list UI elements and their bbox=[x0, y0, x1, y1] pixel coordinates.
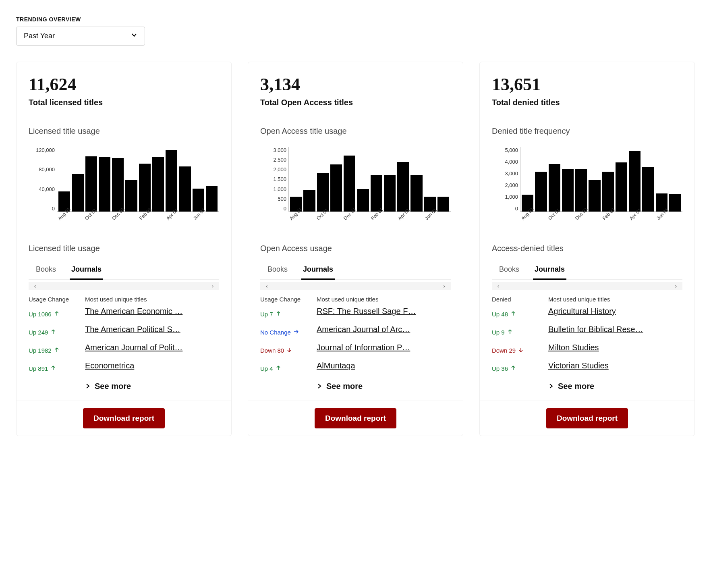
title-link[interactable]: American Journal of Arc… bbox=[317, 325, 451, 334]
usage-change-text: Up 891 bbox=[29, 365, 48, 372]
arrow-down-icon bbox=[518, 347, 524, 354]
table-header: Denied Most used unique titles bbox=[492, 296, 682, 303]
download-report-button[interactable]: Download report bbox=[315, 408, 396, 428]
card-openaccess: 3,134 Total Open Access titles Open Acce… bbox=[248, 62, 463, 436]
scroll-left-icon[interactable]: ‹ bbox=[32, 283, 38, 289]
scroll-right-icon[interactable]: › bbox=[673, 283, 679, 289]
title-row: Up 4 AlMuntaqa bbox=[260, 361, 451, 372]
title-link[interactable]: The American Economic … bbox=[85, 307, 219, 316]
col-most-used: Most used unique titles bbox=[85, 296, 219, 303]
usage-change-text: Down 80 bbox=[260, 347, 284, 354]
tabs: Books Journals bbox=[260, 261, 451, 280]
arrow-up-icon bbox=[54, 311, 60, 318]
arrow-up-icon bbox=[50, 329, 56, 336]
title-row: Up 891 Econometrica bbox=[29, 361, 219, 372]
chevron-right-icon bbox=[548, 382, 554, 391]
title-link[interactable]: Journal of Information P… bbox=[317, 343, 451, 352]
period-dropdown-value: Past Year bbox=[24, 32, 55, 40]
metric-value: 3,134 bbox=[260, 74, 451, 95]
scroll-right-icon[interactable]: › bbox=[209, 283, 216, 289]
tab-journals[interactable]: Journals bbox=[533, 261, 566, 280]
arrow-up-icon bbox=[507, 329, 513, 336]
title-row: Up 1982 American Journal of Polit… bbox=[29, 343, 219, 354]
usage-change-text: Down 29 bbox=[492, 347, 516, 354]
tabs: Books Journals bbox=[29, 261, 219, 280]
bar-chart: 120,00080,00040,0000 Aug 01Oct 01Dec 01F… bbox=[29, 147, 219, 228]
chart-bar bbox=[112, 158, 124, 212]
title-link[interactable]: American Journal of Polit… bbox=[85, 343, 219, 352]
tab-books[interactable]: Books bbox=[34, 261, 58, 280]
horizontal-scroll-strip[interactable]: ‹ › bbox=[492, 282, 682, 290]
metric-value: 13,651 bbox=[492, 74, 682, 95]
card-denied: 13,651 Total denied titles Denied title … bbox=[479, 62, 695, 436]
title-link[interactable]: AlMuntaqa bbox=[317, 361, 451, 370]
tab-books[interactable]: Books bbox=[266, 261, 289, 280]
bar-chart: 5,0004,0003,0002,0001,0000 Aug 01Oct 01D… bbox=[492, 147, 682, 228]
col-most-used: Most used unique titles bbox=[548, 296, 682, 303]
chevron-right-icon bbox=[85, 382, 91, 391]
title-link[interactable]: RSF: The Russell Sage F… bbox=[317, 307, 451, 316]
usage-change: Up 9 bbox=[492, 329, 548, 336]
usage-change: Up 7 bbox=[260, 311, 317, 318]
col-most-used: Most used unique titles bbox=[317, 296, 451, 303]
chart-x-axis: Aug 01Oct 01Dec 01Feb 01Apr 01Jun 01 bbox=[288, 212, 451, 228]
arrow-up-icon bbox=[276, 365, 281, 372]
usage-change: Up 891 bbox=[29, 365, 85, 372]
chevron-down-icon bbox=[131, 32, 137, 40]
scroll-left-icon[interactable]: ‹ bbox=[263, 283, 270, 289]
title-row: Down 80 Journal of Information P… bbox=[260, 343, 451, 354]
title-link[interactable]: Econometrica bbox=[85, 361, 219, 370]
title-row: Up 7 RSF: The Russell Sage F… bbox=[260, 307, 451, 318]
horizontal-scroll-strip[interactable]: ‹ › bbox=[260, 282, 451, 290]
chart-bar bbox=[344, 156, 355, 212]
col-usage-change: Usage Change bbox=[260, 296, 317, 303]
title-link[interactable]: Bulletin for Biblical Rese… bbox=[548, 325, 682, 334]
title-link[interactable]: Agricultural History bbox=[548, 307, 682, 316]
tab-journals[interactable]: Journals bbox=[70, 261, 103, 280]
bar-chart: 3,0002,5002,0001,5001,0005000 Aug 01Oct … bbox=[260, 147, 451, 228]
tab-books[interactable]: Books bbox=[497, 261, 521, 280]
usage-change-text: Up 249 bbox=[29, 329, 48, 336]
usage-change-text: Up 1086 bbox=[29, 311, 52, 318]
usage-change: Down 80 bbox=[260, 347, 317, 354]
chevron-right-icon bbox=[317, 382, 322, 391]
title-row: Up 1086 The American Economic … bbox=[29, 307, 219, 318]
see-more-link[interactable]: See more bbox=[548, 379, 682, 397]
section-label: TRENDING OVERVIEW bbox=[16, 16, 695, 23]
chart-bar bbox=[549, 164, 560, 212]
chart-title: Denied title frequency bbox=[492, 127, 682, 136]
chart-bar bbox=[397, 162, 409, 212]
list-title: Licensed title usage bbox=[29, 244, 219, 253]
horizontal-scroll-strip[interactable]: ‹ › bbox=[29, 282, 219, 290]
scroll-left-icon[interactable]: ‹ bbox=[495, 283, 502, 289]
usage-change: Up 249 bbox=[29, 329, 85, 336]
download-report-button[interactable]: Download report bbox=[83, 408, 165, 428]
usage-change: Down 29 bbox=[492, 347, 548, 354]
chart-bar bbox=[139, 164, 151, 212]
see-more-label: See more bbox=[326, 382, 363, 391]
see-more-label: See more bbox=[558, 382, 594, 391]
metric-value: 11,624 bbox=[29, 74, 219, 95]
download-report-button[interactable]: Download report bbox=[546, 408, 628, 428]
period-dropdown[interactable]: Past Year bbox=[16, 27, 145, 46]
list-title: Access-denied titles bbox=[492, 244, 682, 253]
tab-journals[interactable]: Journals bbox=[301, 261, 335, 280]
table-header: Usage Change Most used unique titles bbox=[260, 296, 451, 303]
see-more-label: See more bbox=[95, 382, 131, 391]
title-link[interactable]: Milton Studies bbox=[548, 343, 682, 352]
col-usage-change: Usage Change bbox=[29, 296, 85, 303]
title-row: Up 48 Agricultural History bbox=[492, 307, 682, 318]
chart-x-axis: Aug 01Oct 01Dec 01Feb 01Apr 01Jun 01 bbox=[520, 212, 682, 228]
chart-bar bbox=[85, 156, 97, 212]
metric-label: Total licensed titles bbox=[29, 98, 219, 107]
title-row: Up 249 The American Political S… bbox=[29, 325, 219, 336]
chart-x-axis: Aug 01Oct 01Dec 01Feb 01Apr 01Jun 01 bbox=[57, 212, 219, 228]
scroll-right-icon[interactable]: › bbox=[441, 283, 448, 289]
usage-change: Up 48 bbox=[492, 311, 548, 318]
usage-change: Up 36 bbox=[492, 365, 548, 372]
title-link[interactable]: The American Political S… bbox=[85, 325, 219, 334]
usage-change-text: No Change bbox=[260, 329, 291, 336]
title-link[interactable]: Victorian Studies bbox=[548, 361, 682, 370]
see-more-link[interactable]: See more bbox=[85, 379, 219, 397]
see-more-link[interactable]: See more bbox=[317, 379, 451, 397]
